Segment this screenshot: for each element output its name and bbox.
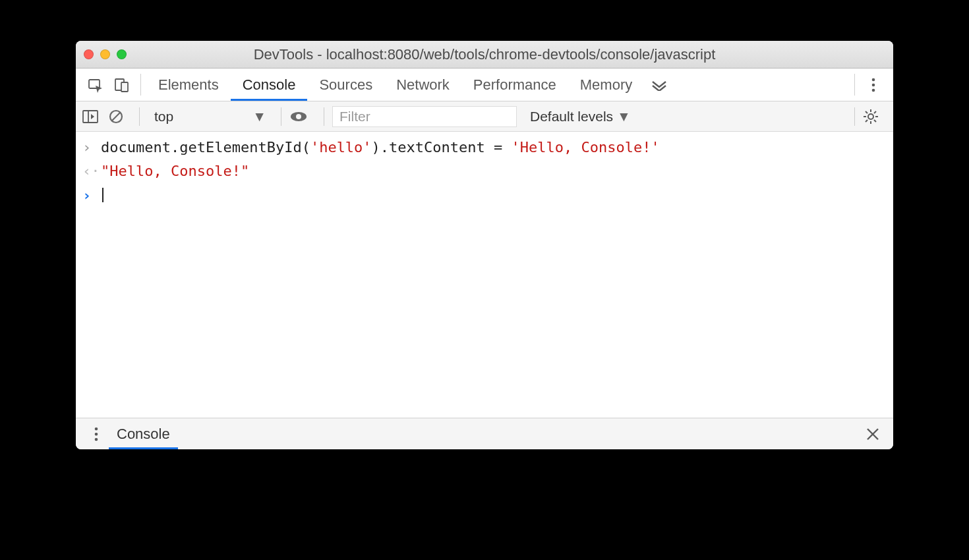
- filter-input[interactable]: [332, 106, 517, 127]
- tab-network[interactable]: Network: [384, 69, 461, 101]
- console-prompt-row[interactable]: ›: [76, 184, 893, 208]
- window-title: DevTools - localhost:8080/web/tools/chro…: [76, 46, 893, 63]
- svg-line-18: [874, 120, 876, 122]
- window-titlebar: DevTools - localhost:8080/web/tools/chro…: [76, 41, 893, 69]
- divider: [854, 107, 855, 126]
- devtools-window: DevTools - localhost:8080/web/tools/chro…: [76, 41, 893, 449]
- svg-point-12: [868, 114, 873, 119]
- input-chevron-icon: ›: [82, 136, 101, 159]
- kebab-menu-icon[interactable]: [860, 69, 887, 101]
- divider: [854, 74, 855, 96]
- console-output-line: ‹·"Hello, Console!": [76, 159, 893, 183]
- code-text: "Hello, Console!": [101, 159, 249, 183]
- toggle-sidebar-icon[interactable]: [82, 110, 105, 123]
- tab-elements[interactable]: Elements: [146, 69, 231, 101]
- console-settings-icon[interactable]: [863, 109, 887, 125]
- tab-console[interactable]: Console: [231, 69, 308, 101]
- svg-rect-6: [83, 111, 98, 123]
- output-chevron-icon: ‹·: [82, 159, 101, 183]
- svg-point-21: [95, 427, 98, 430]
- svg-line-17: [866, 111, 867, 113]
- prompt-chevron-icon: ›: [82, 184, 101, 208]
- svg-line-20: [874, 111, 876, 113]
- traffic-lights: [84, 49, 127, 59]
- drawer-kebab-menu-icon[interactable]: [84, 418, 109, 449]
- clear-console-icon[interactable]: [109, 109, 131, 124]
- levels-label: Default levels: [530, 109, 613, 125]
- svg-point-22: [95, 432, 98, 435]
- tab-memory[interactable]: Memory: [568, 69, 644, 101]
- live-expression-icon[interactable]: [289, 111, 316, 123]
- console-toolbar: top ▼ Default levels ▼: [76, 101, 893, 132]
- drawer-tab-console[interactable]: Console: [109, 418, 178, 449]
- zoom-window-button[interactable]: [117, 49, 127, 59]
- console-input[interactable]: [101, 184, 103, 208]
- drawer: Console: [76, 418, 893, 449]
- chevron-down-icon: ▼: [252, 109, 266, 125]
- log-levels-selector[interactable]: Default levels ▼: [521, 109, 640, 125]
- svg-line-19: [866, 120, 867, 122]
- chevron-down-icon: ▼: [617, 109, 631, 125]
- tab-performance[interactable]: Performance: [461, 69, 568, 101]
- svg-point-4: [872, 83, 875, 86]
- svg-line-9: [112, 113, 120, 121]
- minimize-window-button[interactable]: [100, 49, 110, 59]
- svg-rect-2: [121, 82, 128, 92]
- divider: [324, 107, 324, 126]
- console-input-line: ›document.getElementById('hello').textCo…: [76, 136, 893, 159]
- tab-sources[interactable]: Sources: [307, 69, 384, 101]
- divider: [140, 74, 141, 96]
- console-output[interactable]: ›document.getElementById('hello').textCo…: [76, 132, 893, 418]
- inspect-element-icon[interactable]: [82, 69, 109, 101]
- svg-point-3: [872, 78, 875, 81]
- close-drawer-icon[interactable]: [860, 418, 885, 449]
- toggle-device-toolbar-icon[interactable]: [109, 69, 135, 101]
- svg-point-5: [872, 88, 875, 92]
- close-window-button[interactable]: [84, 49, 94, 59]
- context-label: top: [154, 109, 173, 125]
- main-tabs: ElementsConsoleSourcesNetworkPerformance…: [76, 69, 893, 101]
- code-text: document.getElementById('hello').textCon…: [101, 136, 660, 159]
- svg-point-23: [95, 437, 98, 441]
- svg-point-11: [296, 114, 301, 119]
- divider: [281, 107, 281, 126]
- execution-context-selector[interactable]: top ▼: [148, 106, 273, 127]
- drawer-tab-label: Console: [117, 426, 170, 443]
- divider: [139, 107, 140, 126]
- more-tabs-icon[interactable]: [644, 69, 674, 101]
